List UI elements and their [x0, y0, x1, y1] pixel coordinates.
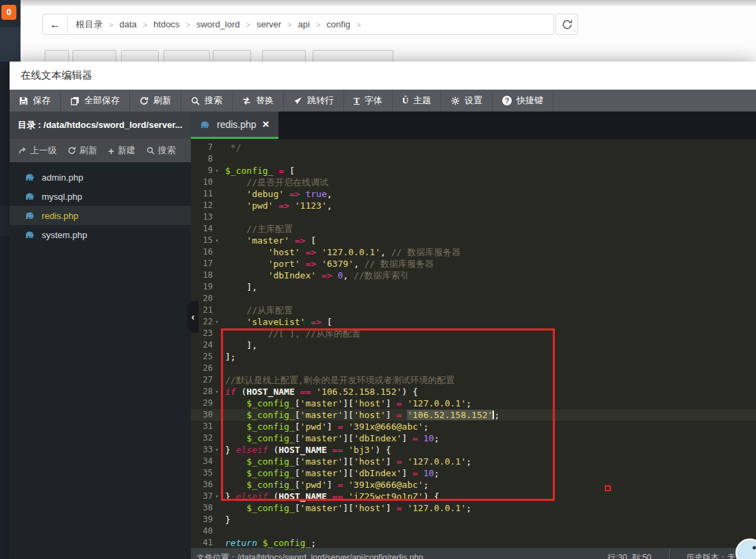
code-line[interactable]: 15▾ 'master' => [: [191, 235, 756, 246]
line-number: 19: [191, 281, 221, 293]
breadcrumb-item[interactable]: api: [298, 19, 310, 29]
line-number: 37▾: [191, 491, 221, 502]
php-file-icon: [25, 230, 36, 239]
toolbar-refresh[interactable]: 刷新: [68, 144, 97, 157]
breadcrumb-item[interactable]: data: [119, 19, 136, 29]
breadcrumb-item[interactable]: sword_lord: [196, 19, 240, 29]
code-line[interactable]: 36 $_config_['pwd'] = '391x@666@abc';: [191, 479, 756, 491]
code-line[interactable]: 17 'port' => '6379', // 数据库服务器: [191, 258, 756, 270]
file-item-system-php[interactable]: system.php: [10, 225, 191, 244]
code-line[interactable]: 41return $_config_;: [191, 537, 756, 548]
toolbar-plus[interactable]: +新建: [108, 144, 135, 157]
fold-icon[interactable]: ▾: [213, 165, 221, 177]
code-line[interactable]: 21 //从库配置: [191, 304, 756, 316]
fold-icon[interactable]: ▾: [213, 491, 221, 502]
code-line[interactable]: 11 'debug' => true,: [191, 188, 756, 200]
code-line[interactable]: 37▾} elseif (HOST_NAME == 'iZ25wct9o1nZ'…: [191, 491, 756, 502]
back-button[interactable]: ←: [43, 14, 68, 34]
editor-modal: 在线文本编辑器 保存全部保存刷新搜索替换跳转行T字体Ü主题设置?快捷键 目录 :…: [10, 62, 756, 559]
code-line[interactable]: 9▾$_config_ = [: [191, 165, 756, 177]
code-line[interactable]: 38 $_config_['master']['host'] = '127.0.…: [191, 502, 756, 514]
modal-header: 在线文本编辑器: [10, 62, 756, 90]
breadcrumb-item[interactable]: htdocs: [153, 19, 179, 29]
toolbar-label: 新建: [118, 144, 135, 157]
save-icon: [19, 96, 28, 105]
code-line[interactable]: 19 ],: [191, 281, 756, 293]
toolbar-label: 主题: [413, 94, 431, 107]
code-line[interactable]: 7 */: [191, 142, 756, 153]
code-line[interactable]: 31 $_config_['pwd'] = '391x@666@abc';: [191, 421, 756, 432]
file-item-admin-php[interactable]: admin.php: [10, 168, 191, 187]
breadcrumb-item[interactable]: server: [257, 19, 281, 29]
toolbar-label: 快捷键: [517, 94, 543, 107]
toolbar-label: 保存: [33, 94, 51, 107]
file-item-redis-php[interactable]: redis.php: [10, 206, 191, 225]
notification-badge: 0: [1, 5, 16, 20]
toolbar-label: 全部保存: [84, 94, 120, 107]
code-line[interactable]: 18 'dbIndex' => 0, //数据库索引: [191, 270, 756, 281]
editor-column: redis.php × 7 */89▾$_config_ = [10 //是否开…: [191, 112, 756, 559]
toolbar-font[interactable]: T字体: [344, 90, 393, 112]
code-line[interactable]: 24 ],: [191, 339, 756, 351]
code-line[interactable]: 34 $_config_['master']['host'] = '127.0.…: [191, 456, 756, 467]
code-line[interactable]: 33▾} elseif (HOST_NAME == 'bj3') {: [191, 444, 756, 456]
code-line[interactable]: 22▾ 'slaveList' => [: [191, 316, 756, 328]
code-line[interactable]: 26: [191, 363, 756, 374]
breadcrumb-refresh-button[interactable]: [556, 14, 578, 35]
code-line[interactable]: 29 $_config_['master']['host'] = '127.0.…: [191, 398, 756, 409]
toolbar-saveall[interactable]: 全部保存: [61, 90, 130, 112]
arrow-left-icon: ←: [50, 18, 61, 31]
fold-icon[interactable]: ▾: [213, 316, 221, 328]
close-icon[interactable]: ×: [263, 118, 270, 130]
toolbar-save[interactable]: 保存: [10, 90, 61, 112]
fold-icon[interactable]: ▾: [213, 235, 221, 246]
toolbar-goto[interactable]: 跳转行: [284, 90, 344, 112]
php-file-icon: [200, 120, 211, 129]
toolbar-settings[interactable]: 设置: [441, 90, 493, 112]
line-number: 13: [191, 211, 221, 223]
toolbar-hotkeys[interactable]: ?快捷键: [493, 90, 553, 112]
code-line[interactable]: 23 //[ ], //从库的配置: [191, 328, 756, 339]
line-number: 39: [191, 514, 221, 525]
code-line[interactable]: 40: [191, 525, 756, 537]
directory-path: 目录 : /data/htdocs/sword_lord/server...: [10, 112, 191, 139]
breadcrumb-item[interactable]: config: [326, 19, 350, 29]
code-line[interactable]: 32 $_config_['master']['dbIndex'] = 10;: [191, 432, 756, 444]
code-line[interactable]: 35 $_config_['master']['dbIndex'] = 10;: [191, 467, 756, 479]
fold-icon[interactable]: ▾: [213, 386, 221, 398]
toolbar-label: 跳转行: [307, 94, 334, 107]
chevron-right-icon: >: [246, 21, 250, 29]
toolbar-search[interactable]: 搜索: [181, 90, 233, 112]
toolbar-refresh[interactable]: 刷新: [130, 90, 181, 112]
code-line[interactable]: 30 $_config_['master']['host'] = '106.52…: [191, 409, 756, 421]
code-line[interactable]: 12 'pwd' => '1123',: [191, 200, 756, 211]
code-line[interactable]: 28▾if (HOST_NAME == '106.52.158.152') {: [191, 386, 756, 398]
code-line[interactable]: 39}: [191, 514, 756, 525]
collapse-sidebar-button[interactable]: ‹: [187, 301, 198, 333]
fold-icon[interactable]: ▾: [213, 444, 221, 456]
code-line[interactable]: 8: [191, 153, 756, 165]
line-number: 28▾: [191, 386, 221, 398]
line-number: 34: [191, 456, 221, 467]
file-item-mysql-php[interactable]: mysql.php: [10, 187, 191, 206]
code-line[interactable]: 16 'host' => '127.0.0.1', // 数据库服务器: [191, 246, 756, 258]
toolbar-theme[interactable]: Ü主题: [393, 90, 441, 112]
breadcrumb-item[interactable]: 根目录: [76, 18, 103, 31]
line-number: 11: [191, 188, 221, 200]
code-line[interactable]: 20: [191, 293, 756, 304]
code-line[interactable]: 27//默认是线上配置,剩余的是开发环境或者测试环境的配置: [191, 374, 756, 386]
toolbar-search[interactable]: 搜索: [146, 144, 176, 157]
line-number: 40: [191, 525, 221, 537]
line-number: 41: [191, 537, 221, 548]
breadcrumb-bar: ← 根目录>data>htdocs>sword_lord>server>api>…: [42, 14, 554, 35]
line-number: 8: [191, 153, 221, 165]
code-line[interactable]: 13: [191, 211, 756, 223]
code-line[interactable]: 10 //是否开启在线调试: [191, 177, 756, 188]
tab-redis-php[interactable]: redis.php ×: [191, 112, 278, 139]
code-line[interactable]: 14 //主库配置: [191, 223, 756, 235]
toolbar-replace[interactable]: 替换: [233, 90, 284, 112]
code-area[interactable]: 7 */89▾$_config_ = [10 //是否开启在线调试11 'deb…: [191, 139, 756, 548]
code-line[interactable]: 25];: [191, 351, 756, 363]
php-file-icon: [25, 172, 36, 182]
toolbar-up[interactable]: 上一级: [18, 144, 57, 157]
